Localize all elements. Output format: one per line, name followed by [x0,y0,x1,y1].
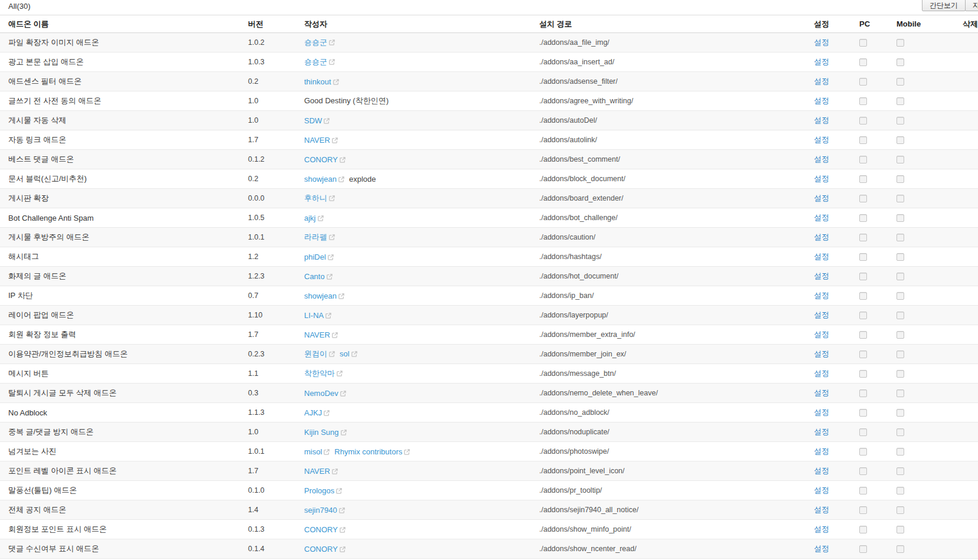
pc-checkbox[interactable] [859,39,867,47]
settings-link[interactable]: 설정 [814,349,829,358]
author-link[interactable]: NAVER [304,330,330,339]
author-link[interactable]: showjean [304,292,337,300]
pc-checkbox[interactable] [859,526,867,533]
pc-checkbox[interactable] [859,273,867,280]
author-link[interactable]: AJKJ [304,408,322,417]
settings-link[interactable]: 설정 [814,408,829,417]
author-link[interactable]: misol [304,447,322,456]
mobile-checkbox[interactable] [896,195,904,202]
pc-checkbox[interactable] [859,428,867,436]
mobile-checkbox[interactable] [896,428,904,436]
settings-link[interactable]: 설정 [814,427,829,436]
mobile-checkbox[interactable] [896,156,904,163]
settings-link[interactable]: 설정 [814,486,829,494]
detail-view-button[interactable]: 자세히보기 [965,0,978,11]
settings-link[interactable]: 설정 [814,369,829,378]
mobile-checkbox[interactable] [896,97,904,105]
pc-checkbox[interactable] [859,214,867,222]
mobile-checkbox[interactable] [896,214,904,222]
settings-link[interactable]: 설정 [814,96,829,105]
pc-checkbox[interactable] [859,234,867,241]
mobile-checkbox[interactable] [896,253,904,261]
author-link[interactable]: phiDel [304,253,326,261]
author-link[interactable]: CONORY [304,545,338,554]
author-link[interactable]: Canto [304,272,325,281]
author-link[interactable]: NAVER [304,136,330,145]
author-link[interactable]: LI-NA [304,311,324,320]
pc-checkbox[interactable] [859,506,867,514]
pc-checkbox[interactable] [859,389,867,397]
settings-link[interactable]: 설정 [814,135,829,144]
author-link[interactable]: Rhymix contributors [334,447,402,456]
settings-link[interactable]: 설정 [814,213,829,222]
pc-checkbox[interactable] [859,487,867,494]
mobile-checkbox[interactable] [896,351,904,358]
settings-link[interactable]: 설정 [814,447,829,456]
pc-checkbox[interactable] [859,467,867,475]
mobile-checkbox[interactable] [896,409,904,417]
settings-link[interactable]: 설정 [814,525,829,533]
settings-link[interactable]: 설정 [814,155,829,163]
author-link[interactable]: CONORY [304,525,338,534]
settings-link[interactable]: 설정 [814,544,829,553]
settings-link[interactable]: 설정 [814,466,829,475]
settings-link[interactable]: 설정 [814,116,829,125]
pc-checkbox[interactable] [859,175,867,183]
pc-checkbox[interactable] [859,58,867,66]
author-link[interactable]: sol [340,349,350,358]
author-link[interactable]: sejin7940 [304,506,337,515]
pc-checkbox[interactable] [859,409,867,417]
pc-checkbox[interactable] [859,195,867,202]
mobile-checkbox[interactable] [896,58,904,66]
mobile-checkbox[interactable] [896,467,904,475]
settings-link[interactable]: 설정 [814,232,829,241]
pc-checkbox[interactable] [859,253,867,261]
mobile-checkbox[interactable] [896,448,904,456]
pc-checkbox[interactable] [859,136,867,144]
author-link[interactable]: Prologos [304,486,334,495]
author-link[interactable]: showjean [304,175,337,184]
settings-link[interactable]: 설정 [814,174,829,183]
author-link[interactable]: NAVER [304,467,330,476]
mobile-checkbox[interactable] [896,175,904,183]
pc-checkbox[interactable] [859,78,867,86]
mobile-checkbox[interactable] [896,78,904,86]
settings-link[interactable]: 설정 [814,194,829,202]
settings-link[interactable]: 설정 [814,77,829,86]
author-link[interactable]: NemoDev [304,389,338,398]
mobile-checkbox[interactable] [896,292,904,300]
pc-checkbox[interactable] [859,545,867,553]
author-link[interactable]: 라라펠 [304,232,327,241]
author-link[interactable]: 착한악마 [304,369,335,378]
pc-checkbox[interactable] [859,292,867,300]
mobile-checkbox[interactable] [896,136,904,144]
settings-link[interactable]: 설정 [814,271,829,280]
settings-link[interactable]: 설정 [814,330,829,339]
author-link[interactable]: ajkj [304,214,316,222]
pc-checkbox[interactable] [859,312,867,319]
mobile-checkbox[interactable] [896,234,904,241]
pc-checkbox[interactable] [859,156,867,163]
mobile-checkbox[interactable] [896,487,904,494]
settings-link[interactable]: 설정 [814,388,829,397]
author-link[interactable]: CONORY [304,155,338,164]
author-link[interactable]: thinkout [304,77,331,86]
settings-link[interactable]: 설정 [814,291,829,300]
mobile-checkbox[interactable] [896,506,904,514]
mobile-checkbox[interactable] [896,117,904,125]
author-link[interactable]: 숑숑군 [304,38,327,47]
mobile-checkbox[interactable] [896,545,904,553]
mobile-checkbox[interactable] [896,312,904,319]
simple-view-button[interactable]: 간단보기 [922,0,966,11]
settings-link[interactable]: 설정 [814,38,829,47]
mobile-checkbox[interactable] [896,331,904,339]
mobile-checkbox[interactable] [896,526,904,533]
pc-checkbox[interactable] [859,351,867,358]
author-link[interactable]: Kijin Sung [304,428,339,437]
settings-link[interactable]: 설정 [814,252,829,261]
pc-checkbox[interactable] [859,117,867,125]
mobile-checkbox[interactable] [896,370,904,378]
settings-link[interactable]: 설정 [814,57,829,66]
pc-checkbox[interactable] [859,331,867,339]
pc-checkbox[interactable] [859,97,867,105]
